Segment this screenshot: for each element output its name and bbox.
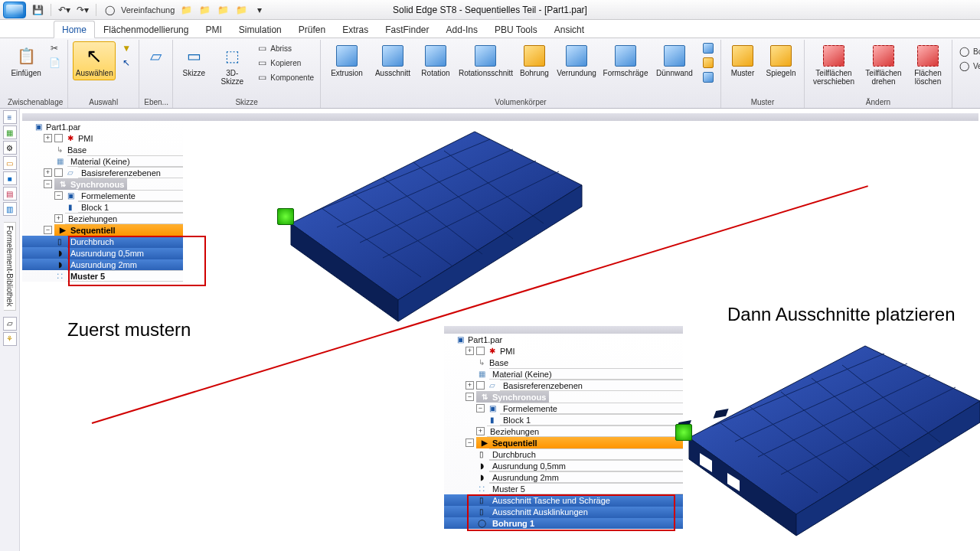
- tree2-bohrung1[interactable]: ◯Bohrung 1: [444, 517, 683, 529]
- tree-basisref[interactable]: +▱Basisreferenzebenen: [22, 167, 183, 178]
- origin-triad-1[interactable]: [277, 208, 294, 225]
- expand-icon[interactable]: −: [466, 393, 474, 401]
- feature-tree-1[interactable]: ▣Part1.par +✱PMI ↳Base ▦Material (Keine)…: [22, 121, 183, 282]
- tree2-durchbruch[interactable]: ▯Durchbruch: [444, 448, 683, 460]
- tree2-block1[interactable]: ▮Block 1: [444, 414, 683, 425]
- tree2-pmi[interactable]: +✱PMI: [444, 345, 683, 357]
- expand-icon[interactable]: +: [466, 381, 474, 390]
- tree2-synchronous[interactable]: −⇅Synchronous: [444, 391, 683, 403]
- tree-synchronous[interactable]: −⇅Synchronous: [22, 178, 183, 190]
- verrundung-button[interactable]: Verrundung: [555, 41, 598, 80]
- tab-pbu[interactable]: PBU Tools: [486, 21, 546, 37]
- vol-extra-2[interactable]: [701, 56, 716, 70]
- tree2-ausschnitt-tasche[interactable]: ▯Ausschnitt Tasche und Schräge: [444, 494, 683, 506]
- tab-flaechen[interactable]: Flächenmodellierung: [95, 21, 197, 37]
- viewport-part-1[interactable]: [268, 124, 590, 323]
- save-icon[interactable]: 💾: [31, 3, 44, 17]
- checkbox[interactable]: [54, 134, 63, 142]
- radio-icon[interactable]: ◯: [103, 3, 116, 17]
- tab-fastfinder[interactable]: FastFinder: [377, 21, 437, 37]
- tree-pmi[interactable]: +✱PMI: [22, 132, 183, 144]
- formschraege-button[interactable]: Formschräge: [601, 41, 650, 80]
- lt-icon-6[interactable]: ▤: [3, 187, 17, 201]
- abriss-button[interactable]: ▭Abriss: [254, 41, 315, 55]
- tree-sequentiell[interactable]: −▶Sequentiell: [22, 224, 183, 236]
- qat-btn-4[interactable]: 📁: [234, 3, 248, 17]
- skizze-button[interactable]: ▭ Skizze: [178, 41, 210, 80]
- kopieren-button[interactable]: ▭Kopieren: [254, 56, 315, 70]
- tree-durchbruch[interactable]: ▯Durchbruch: [22, 236, 183, 247]
- feature-tree-2[interactable]: ▣Part1.par +✱PMI ↳Base ▦Material (Keine)…: [444, 334, 683, 529]
- muster-button[interactable]: Muster: [726, 41, 760, 80]
- tree2-ausschnitt-ausklinkungen[interactable]: ▯Ausschnitt Ausklinkungen: [444, 506, 683, 517]
- ebene-button[interactable]: ▱: [143, 41, 169, 70]
- tree-muster5[interactable]: ⸬Muster 5: [22, 270, 183, 282]
- lt-icon-5[interactable]: ■: [3, 171, 17, 185]
- expand-icon[interactable]: +: [54, 214, 63, 223]
- lt-icon-2[interactable]: ▦: [3, 126, 17, 139]
- redo-icon[interactable]: ↷▾: [76, 3, 90, 17]
- verrundungs-button[interactable]: ◯Verrundungsgröß: [957, 59, 980, 73]
- lt-icon-8[interactable]: ▱: [3, 317, 17, 331]
- tab-addins[interactable]: Add-Ins: [438, 21, 486, 37]
- checkbox[interactable]: [476, 381, 485, 390]
- origin-triad-2[interactable]: [675, 424, 692, 441]
- komponente-button[interactable]: ▭Komponente: [254, 70, 315, 84]
- tree2-muster5[interactable]: ⸬Muster 5: [444, 483, 683, 494]
- tree-formelemente[interactable]: −▣Formelemente: [22, 190, 183, 201]
- undo-icon[interactable]: ↶▾: [57, 3, 71, 17]
- tab-ansicht[interactable]: Ansicht: [546, 21, 593, 37]
- expand-icon[interactable]: −: [476, 404, 485, 412]
- checkbox[interactable]: [54, 168, 63, 177]
- duennwand-button[interactable]: Dünnwand: [653, 41, 696, 80]
- app-menu-button[interactable]: [3, 2, 26, 18]
- tab-simulation[interactable]: Simulation: [230, 21, 290, 37]
- tab-home[interactable]: Home: [54, 21, 95, 38]
- tree2-root[interactable]: ▣Part1.par: [444, 334, 683, 345]
- tab-extras[interactable]: Extras: [334, 21, 377, 37]
- tree2-basisref[interactable]: +▱Basisreferenzebenen: [444, 380, 683, 391]
- expand-icon[interactable]: −: [44, 226, 52, 234]
- filter-button[interactable]: ▼: [119, 41, 134, 55]
- bohrung-button[interactable]: Bohrung: [517, 41, 552, 80]
- teilflaechen-d-button[interactable]: Teilflächen drehen: [861, 41, 906, 88]
- tree2-ausrundung05[interactable]: ◗Ausrundung 0,5mm: [444, 460, 683, 471]
- extrusion-button[interactable]: Extrusion: [325, 41, 368, 80]
- expand-icon[interactable]: +: [466, 347, 474, 355]
- tree2-material[interactable]: ▦Material (Keine): [444, 368, 683, 380]
- viewport-part-2[interactable]: [674, 338, 980, 537]
- vol-extra-1[interactable]: [701, 41, 716, 55]
- selectplus-button[interactable]: ↖: [119, 56, 134, 70]
- qat-more[interactable]: ▾: [253, 3, 266, 17]
- expand-icon[interactable]: −: [466, 439, 474, 447]
- tree2-base[interactable]: ↳Base: [444, 357, 683, 368]
- teilflaechen-v-button[interactable]: Teilflächen verschieben: [809, 41, 858, 88]
- tree-material[interactable]: ▦Material (Keine): [22, 155, 183, 167]
- tree-base[interactable]: ↳Base: [22, 144, 183, 155]
- bohrdurch-button[interactable]: ◯Bohrdurchmesse: [957, 44, 980, 58]
- copy-button[interactable]: 📄: [47, 56, 62, 70]
- lt-icon-7[interactable]: ▥: [3, 202, 17, 216]
- expand-icon[interactable]: +: [44, 168, 52, 177]
- tree-root[interactable]: ▣Part1.par: [22, 121, 183, 132]
- qat-btn-2[interactable]: 📁: [198, 3, 211, 17]
- rotation-button[interactable]: Rotation: [417, 41, 454, 80]
- lt-icon-4[interactable]: ▭: [3, 156, 17, 170]
- qat-btn-3[interactable]: 📁: [216, 3, 230, 17]
- cut-button[interactable]: ✂: [47, 41, 62, 55]
- tab-pruefen[interactable]: Prüfen: [290, 21, 334, 37]
- tree-beziehungen[interactable]: +Beziehungen: [22, 213, 183, 224]
- vol-extra-3[interactable]: [701, 70, 716, 84]
- lt-icon-1[interactable]: ≡: [3, 110, 17, 124]
- ausschnitt-button[interactable]: Ausschnitt: [371, 41, 414, 80]
- qat-btn-1[interactable]: 📁: [179, 3, 193, 17]
- tab-pmi[interactable]: PMI: [197, 21, 230, 37]
- tree2-beziehungen[interactable]: +Beziehungen: [444, 425, 683, 437]
- expand-icon[interactable]: −: [44, 180, 52, 188]
- skizze3d-button[interactable]: ⬚ 3D-Skizze: [213, 41, 251, 88]
- flaechen-l-button[interactable]: Flächen löschen: [909, 41, 947, 88]
- rotationsschnitt-button[interactable]: Rotationsschnitt: [457, 41, 514, 80]
- einfuegen-button[interactable]: 📋 Einfügen: [8, 41, 44, 80]
- tree-block1[interactable]: ▮Block 1: [22, 201, 183, 213]
- tree2-formelemente[interactable]: −▣Formelemente: [444, 403, 683, 414]
